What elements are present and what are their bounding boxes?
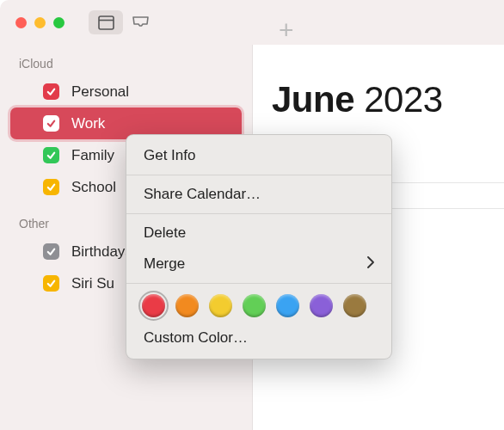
checkbox-work[interactable] [43, 115, 59, 132]
chevron-right-icon [367, 255, 374, 273]
menu-get-info[interactable]: Get Info [126, 140, 391, 171]
color-swatch-yellow[interactable] [209, 294, 232, 317]
menu-label: Custom Color… [144, 329, 248, 347]
add-event-button[interactable]: + [279, 15, 294, 45]
checkbox-birthdays[interactable] [43, 243, 59, 260]
inbox-icon [132, 15, 150, 29]
section-label-icloud: iCloud [0, 53, 252, 76]
titlebar [0, 0, 504, 45]
calendar-label: Siri Su [71, 275, 114, 292]
menu-separator [126, 213, 391, 214]
menu-delete[interactable]: Delete [126, 218, 391, 249]
inbox-button[interactable] [123, 10, 157, 34]
calendar-item-personal[interactable]: Personal [10, 76, 242, 108]
color-swatch-orange[interactable] [175, 294, 199, 317]
menu-share-calendar[interactable]: Share Calendar… [126, 179, 391, 210]
maximize-window-button[interactable] [53, 17, 65, 28]
color-swatches [126, 287, 391, 322]
calendar-icon [98, 15, 114, 30]
color-swatch-purple[interactable] [310, 294, 333, 317]
checkbox-school[interactable] [43, 179, 59, 195]
checkbox-siri[interactable] [43, 275, 59, 292]
menu-label: Merge [144, 255, 185, 273]
menu-label: Share Calendar… [144, 186, 261, 203]
menu-separator [126, 283, 391, 284]
menu-separator [126, 175, 391, 175]
calendar-label: Personal [71, 83, 129, 101]
color-swatch-brown[interactable] [343, 294, 366, 317]
close-window-button[interactable] [15, 17, 27, 28]
color-swatch-red[interactable] [142, 294, 165, 317]
checkbox-family[interactable] [43, 147, 59, 163]
color-swatch-blue[interactable] [276, 294, 299, 317]
svg-rect-0 [99, 16, 114, 29]
color-swatch-green[interactable] [243, 294, 266, 317]
context-menu: Get Info Share Calendar… Delete Merge Cu… [126, 134, 392, 359]
menu-custom-color[interactable]: Custom Color… [126, 322, 391, 353]
calendar-label: Work [71, 115, 105, 132]
calendar-label: School [71, 179, 116, 196]
calendar-label: Family [71, 147, 114, 164]
month-name: June [272, 79, 354, 120]
calendar-label: Birthdays [71, 243, 132, 261]
month-year: 2023 [364, 79, 442, 120]
minimize-window-button[interactable] [34, 17, 46, 28]
menu-merge[interactable]: Merge [126, 249, 391, 280]
month-heading: June 2023 [272, 79, 443, 120]
menu-label: Delete [144, 224, 186, 242]
calendar-view-button[interactable] [89, 10, 123, 34]
checkbox-personal[interactable] [43, 83, 59, 100]
menu-label: Get Info [144, 147, 195, 164]
window-controls [15, 17, 65, 28]
